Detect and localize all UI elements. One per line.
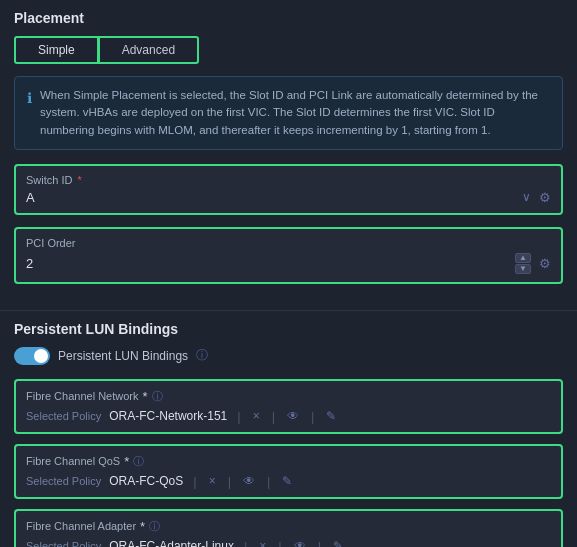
- fc-adapter-edit-icon[interactable]: ✎: [331, 539, 345, 547]
- tab-advanced[interactable]: Advanced: [99, 36, 199, 64]
- fc-adapter-field: Fibre Channel Adapter * ⓘ Selected Polic…: [14, 509, 563, 547]
- fc-qos-field: Fibre Channel QoS * ⓘ Selected Policy OR…: [14, 444, 563, 499]
- fc-qos-view-icon[interactable]: 👁: [241, 474, 257, 488]
- fc-network-label-row: Fibre Channel Network * ⓘ: [26, 389, 551, 404]
- lun-bindings-title: Persistent LUN Bindings: [14, 321, 563, 337]
- fc-qos-label-row: Fibre Channel QoS * ⓘ: [26, 454, 551, 469]
- placement-tab-group: Simple Advanced: [14, 36, 563, 64]
- fc-adapter-value: ORA-FC-Adapter-Linux: [109, 539, 234, 547]
- fc-qos-value-row: Selected Policy ORA-FC-QoS | × | 👁 | ✎: [26, 474, 551, 489]
- fc-qos-help-icon[interactable]: ⓘ: [133, 454, 144, 469]
- fc-network-help-icon[interactable]: ⓘ: [152, 389, 163, 404]
- lun-toggle[interactable]: [14, 347, 50, 365]
- lun-toggle-row: Persistent LUN Bindings ⓘ: [14, 347, 563, 365]
- lun-bindings-section: Persistent LUN Bindings Persistent LUN B…: [0, 311, 577, 547]
- switch-id-row: A ∨ ⚙: [26, 190, 551, 205]
- fc-network-view-icon[interactable]: 👁: [285, 409, 301, 423]
- fc-network-field: Fibre Channel Network * ⓘ Selected Polic…: [14, 379, 563, 434]
- switch-id-field: Switch ID * A ∨ ⚙: [14, 164, 563, 215]
- fc-network-label: Fibre Channel Network: [26, 390, 139, 402]
- pci-order-settings-icon[interactable]: ⚙: [539, 256, 551, 271]
- spinner-up-btn[interactable]: ▲: [515, 253, 531, 263]
- fc-adapter-remove-icon[interactable]: ×: [257, 539, 268, 547]
- placement-section: Placement Simple Advanced ℹ When Simple …: [0, 0, 577, 310]
- fc-network-value-row: Selected Policy ORA-FC-Network-151 | × |…: [26, 409, 551, 424]
- lun-toggle-help-icon[interactable]: ⓘ: [196, 347, 208, 364]
- fc-adapter-view-icon[interactable]: 👁: [292, 539, 308, 547]
- pci-order-value: 2: [26, 256, 507, 271]
- pci-order-spinner[interactable]: ▲ ▼: [515, 253, 531, 274]
- pci-order-label: PCI Order: [26, 237, 551, 249]
- fc-adapter-label: Fibre Channel Adapter: [26, 520, 136, 532]
- fc-adapter-selected-label: Selected Policy: [26, 540, 101, 547]
- fc-qos-label: Fibre Channel QoS: [26, 455, 120, 467]
- placement-info-box: ℹ When Simple Placement is selected, the…: [14, 76, 563, 150]
- fc-qos-remove-icon[interactable]: ×: [207, 474, 218, 488]
- fc-network-value: ORA-FC-Network-151: [109, 409, 227, 423]
- pci-order-row: 2 ▲ ▼ ⚙: [26, 253, 551, 274]
- info-icon: ℹ: [27, 88, 32, 139]
- pci-order-field: PCI Order 2 ▲ ▼ ⚙: [14, 227, 563, 284]
- fc-qos-edit-icon[interactable]: ✎: [280, 474, 294, 488]
- lun-toggle-label: Persistent LUN Bindings: [58, 349, 188, 363]
- fc-qos-selected-label: Selected Policy: [26, 475, 101, 487]
- spinner-down-btn[interactable]: ▼: [515, 264, 531, 274]
- switch-id-value: A: [26, 190, 516, 205]
- tab-simple[interactable]: Simple: [14, 36, 99, 64]
- fc-qos-value: ORA-FC-QoS: [109, 474, 183, 488]
- switch-id-label: Switch ID *: [26, 174, 551, 186]
- fc-network-edit-icon[interactable]: ✎: [324, 409, 338, 423]
- chevron-down-icon: ∨: [522, 190, 531, 204]
- fc-network-selected-label: Selected Policy: [26, 410, 101, 422]
- placement-info-text: When Simple Placement is selected, the S…: [40, 87, 550, 139]
- fc-adapter-label-row: Fibre Channel Adapter * ⓘ: [26, 519, 551, 534]
- fc-adapter-value-row: Selected Policy ORA-FC-Adapter-Linux | ×…: [26, 539, 551, 547]
- toggle-knob: [34, 349, 48, 363]
- fc-network-remove-icon[interactable]: ×: [251, 409, 262, 423]
- fc-adapter-help-icon[interactable]: ⓘ: [149, 519, 160, 534]
- placement-title: Placement: [14, 10, 563, 26]
- switch-id-select[interactable]: A ∨: [26, 190, 531, 205]
- switch-id-settings-icon[interactable]: ⚙: [539, 190, 551, 205]
